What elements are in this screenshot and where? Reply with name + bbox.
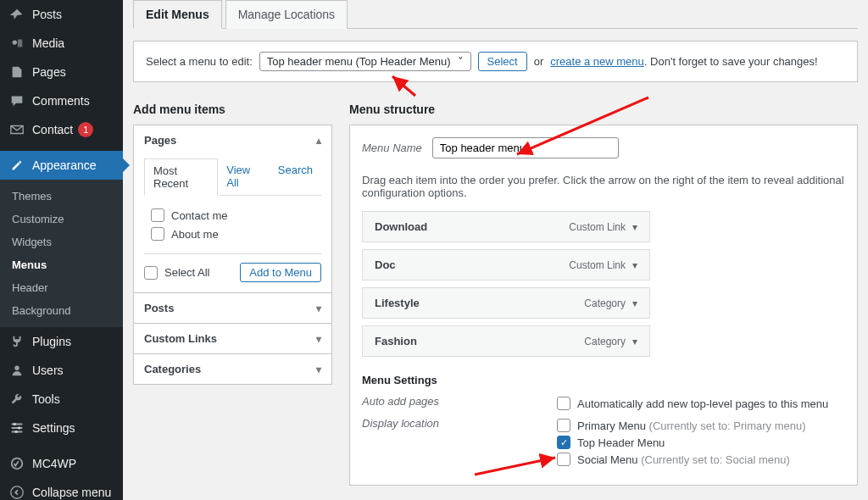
checkbox[interactable] [557, 419, 570, 432]
brush-icon [8, 157, 25, 174]
panel-title: Custom Links [144, 332, 217, 345]
sidebar-item-pages[interactable]: Pages [0, 58, 123, 86]
sidebar-item-mc4wp[interactable]: MC4WP [0, 449, 123, 478]
location-primary-menu[interactable]: Primary Menu (Currently set to: Primary … [557, 417, 845, 434]
item-type: Custom Link [569, 221, 626, 233]
checkbox[interactable] [151, 227, 164, 241]
select-all[interactable]: Select All [144, 264, 209, 282]
sidebar-item-appearance[interactable]: Appearance [0, 151, 123, 180]
tab-search[interactable]: Search [270, 158, 321, 195]
menu-structure-column: Menu structure Menu Name Drag each item … [349, 103, 858, 486]
checkbox[interactable]: ✓ [557, 436, 570, 449]
sidebar-sub-background[interactable]: Background [0, 299, 123, 322]
tab-manage-locations[interactable]: Manage Locations [225, 0, 348, 29]
auto-add-label: Auto add pages [362, 395, 557, 412]
sidebar-label: Posts [32, 8, 62, 21]
add-items-title: Add menu items [133, 103, 332, 116]
display-location-label: Display location [362, 417, 557, 468]
menu-item-fashion[interactable]: FashionCategory▾ [362, 325, 650, 357]
sliders-icon [8, 419, 25, 436]
add-to-menu-button[interactable]: Add to Menu [240, 263, 321, 282]
pages-icon [8, 64, 25, 81]
sidebar-item-contact[interactable]: Contact1 [0, 115, 123, 144]
pages-sub-tabs: Most Recent View All Search [144, 158, 321, 196]
tab-most-recent[interactable]: Most Recent [144, 158, 218, 196]
pages-panel-header[interactable]: Pages▴ [134, 125, 331, 155]
auto-add-option[interactable]: Automatically add new top-level pages to… [557, 395, 845, 412]
menu-item-lifestyle[interactable]: LifestyleCategory▾ [362, 287, 650, 319]
location-social-menu[interactable]: Social Menu (Currently set to: Social me… [557, 451, 845, 468]
mc4wp-icon [8, 455, 25, 472]
custom-links-panel-header[interactable]: Custom Links▾ [134, 324, 331, 353]
admin-sidebar: Posts Media Pages Comments Contact1 Appe… [0, 0, 123, 500]
select-button[interactable]: Select [478, 52, 527, 71]
sidebar-sub-header[interactable]: Header [0, 276, 123, 299]
or-text: or [534, 55, 544, 68]
menu-items-list: DownloadCustom Link▾ DocCustom Link▾ Lif… [362, 211, 845, 357]
svg-point-1 [14, 366, 19, 370]
sidebar-item-posts[interactable]: Posts [0, 0, 123, 29]
drag-hint: Drag each item into the order you prefer… [362, 174, 845, 199]
sidebar-item-media[interactable]: Media [0, 29, 123, 58]
sidebar-label: Media [32, 36, 64, 50]
chevron-down-icon: ▾ [316, 303, 321, 314]
loc-label: Social Menu [577, 453, 638, 466]
panel-title: Pages [144, 134, 176, 147]
location-top-header-menu[interactable]: ✓Top Header Menu [557, 434, 845, 451]
create-menu-link[interactable]: create a new menu [550, 55, 644, 68]
sidebar-item-plugins[interactable]: Plugins [0, 327, 123, 356]
sidebar-sub-widgets[interactable]: Widgets [0, 231, 123, 253]
tab-view-all[interactable]: View All [218, 158, 270, 195]
checkbox[interactable] [557, 453, 570, 466]
svg-point-4 [14, 431, 18, 434]
item-name: Download [375, 220, 427, 233]
menu-name-input[interactable] [432, 137, 619, 158]
plug-icon [8, 333, 25, 350]
media-icon [8, 35, 25, 52]
checkbox[interactable] [151, 208, 164, 222]
sidebar-sub-themes[interactable]: Themes [0, 185, 123, 208]
sidebar-item-collapse[interactable]: Collapse menu [0, 478, 123, 500]
page-item-contact-me[interactable]: Contact me [151, 206, 314, 225]
page-item-about-me[interactable]: About me [151, 225, 314, 243]
posts-panel-header[interactable]: Posts▾ [134, 293, 331, 323]
sidebar-sub-menus[interactable]: Menus [0, 253, 123, 276]
menu-select-dropdown[interactable]: Top header menu (Top Header Menu) ˅ [259, 52, 471, 71]
sidebar-item-settings[interactable]: Settings [0, 414, 123, 442]
tab-edit-menus[interactable]: Edit Menus [133, 0, 222, 29]
main-content: Edit Menus Manage Locations Select a men… [123, 0, 868, 500]
panel-title: Posts [144, 302, 174, 314]
sidebar-item-tools[interactable]: Tools [0, 385, 123, 414]
sidebar-item-comments[interactable]: Comments [0, 86, 123, 115]
menu-item-download[interactable]: DownloadCustom Link▾ [362, 211, 650, 242]
dropdown-value: Top header menu (Top Header Menu) [267, 55, 451, 68]
item-type: Category [584, 297, 626, 309]
chevron-down-icon: ▾ [316, 364, 321, 375]
sidebar-label: Comments [32, 94, 90, 108]
categories-panel-header[interactable]: Categories▾ [134, 354, 331, 384]
chevron-down-icon: ▾ [632, 259, 637, 271]
chevron-down-icon: ▾ [316, 333, 321, 345]
item-name: Fashion [375, 335, 417, 347]
page-item-label: About me [171, 228, 219, 241]
checkbox[interactable] [557, 397, 570, 410]
svg-point-6 [11, 486, 23, 498]
collapse-icon [8, 484, 25, 500]
users-icon [8, 362, 25, 379]
sidebar-label: Collapse menu [32, 486, 111, 499]
sidebar-sub-customize[interactable]: Customize [0, 208, 123, 231]
item-name: Lifestyle [375, 297, 420, 309]
sidebar-label: Users [32, 364, 64, 377]
categories-panel: Categories▾ [133, 353, 332, 385]
sidebar-label: Settings [32, 421, 75, 435]
loc-note: (Currently set to: Primary menu) [649, 419, 806, 432]
sidebar-label: Contact [32, 123, 73, 136]
wrench-icon [8, 391, 25, 408]
checkbox[interactable] [144, 266, 158, 280]
panel-title: Categories [144, 363, 201, 375]
sidebar-label: Plugins [32, 335, 71, 348]
menu-item-doc[interactable]: DocCustom Link▾ [362, 249, 650, 281]
sidebar-item-users[interactable]: Users [0, 356, 123, 385]
item-type: Custom Link [569, 259, 626, 271]
sidebar-label: MC4WP [32, 457, 76, 470]
